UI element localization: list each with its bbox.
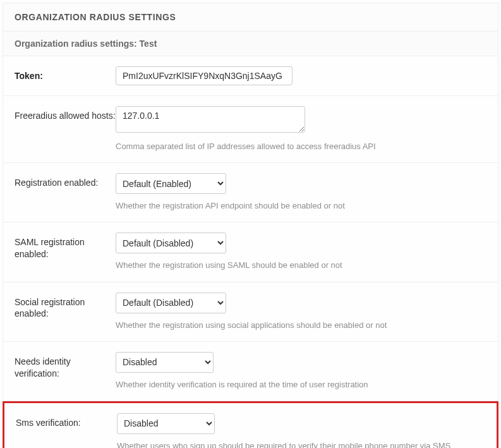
help-sms-verification: Whether users who sign up should be requ… [117,440,485,448]
label-saml-registration: SAML registration enabled: [15,233,116,260]
row-saml-registration: SAML registration enabled: Default (Disa… [3,222,498,282]
select-registration-enabled[interactable]: Default (Enabled) [116,173,226,194]
row-registration-enabled: Registration enabled: Default (Enabled) … [3,163,498,222]
row-sms-verification: Sms verification: Disabled Whether users… [3,401,498,448]
help-identity-verification: Whether identity verification is require… [116,379,486,390]
panel-header: ORGANIZATION RADIUS SETTINGS [3,3,498,32]
field-social-registration: Default (Disabled) Whether the registrat… [116,293,486,331]
field-freeradius-hosts: 127.0.0.1 Comma separated list of IP add… [116,106,486,152]
textarea-freeradius-hosts[interactable]: 127.0.0.1 [116,106,305,133]
row-identity-verification: Needs identity verification: Disabled Wh… [3,342,498,401]
row-social-registration: Social registration enabled: Default (Di… [3,282,498,342]
select-social-registration[interactable]: Default (Disabled) [116,293,226,313]
field-identity-verification: Disabled Whether identity verification i… [116,352,486,390]
row-freeradius-hosts: Freeradius allowed hosts: 127.0.0.1 Comm… [3,96,498,163]
select-identity-verification[interactable]: Disabled [116,352,214,373]
select-sms-verification[interactable]: Disabled [117,413,215,434]
field-registration-enabled: Default (Enabled) Whether the registrati… [116,173,486,212]
label-token: Token: [15,66,116,82]
label-freeradius-hosts: Freeradius allowed hosts: [15,106,116,122]
field-token [116,66,486,85]
label-identity-verification: Needs identity verification: [15,352,116,380]
input-token[interactable] [116,66,293,85]
panel-title: ORGANIZATION RADIUS SETTINGS [15,12,486,22]
row-token: Token: [3,56,498,96]
sub-title: Organization radius settings: Test [15,39,157,49]
help-saml-registration: Whether the registration using SAML shou… [116,260,486,271]
field-saml-registration: Default (Disabled) Whether the registrat… [116,233,486,271]
label-sms-verification: Sms verification: [16,413,117,429]
field-sms-verification: Disabled Whether users who sign up shoul… [117,413,485,448]
help-freeradius-hosts: Comma separated list of IP addresses all… [116,141,486,152]
label-social-registration: Social registration enabled: [15,293,116,320]
sub-header: Organization radius settings: Test [3,32,498,56]
select-saml-registration[interactable]: Default (Disabled) [116,233,226,253]
help-social-registration: Whether the registration using social ap… [116,320,486,331]
help-registration-enabled: Whether the registration API endpoint sh… [116,200,486,212]
label-registration-enabled: Registration enabled: [15,173,116,189]
settings-panel: ORGANIZATION RADIUS SETTINGS Organizatio… [3,3,498,448]
